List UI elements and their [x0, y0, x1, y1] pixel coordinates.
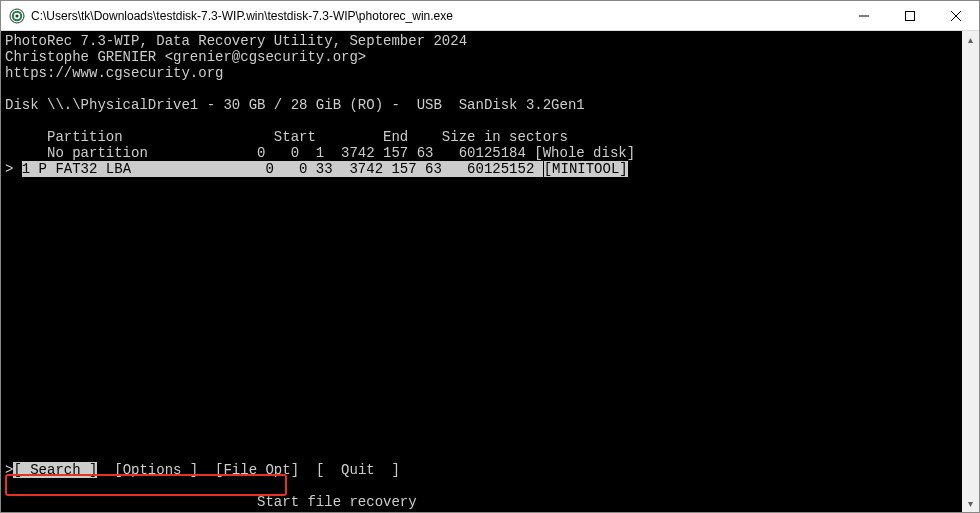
- menu-quit[interactable]: [ Quit ]: [316, 462, 400, 478]
- menu-options[interactable]: [Options ]: [114, 462, 198, 478]
- app-banner-line2: Christophe GRENIER <grenier@cgsecurity.o…: [5, 49, 366, 65]
- window-title: C:\Users\tk\Downloads\testdisk-7.3-WIP.w…: [31, 9, 841, 23]
- partition-row-selected[interactable]: > 1 P FAT32 LBA 0 0 33 3742 157 63 60125…: [5, 161, 629, 177]
- scroll-down-icon[interactable]: ▾: [962, 495, 979, 512]
- menu-hint: Start file recovery: [5, 494, 417, 510]
- maximize-button[interactable]: [887, 1, 933, 30]
- titlebar[interactable]: C:\Users\tk\Downloads\testdisk-7.3-WIP.w…: [1, 1, 979, 31]
- vertical-scrollbar[interactable]: ▴ ▾: [962, 31, 979, 512]
- app-banner-line3: https://www.cgsecurity.org: [5, 65, 223, 81]
- partition-tag-minitool: [MINITOOL]: [543, 160, 629, 178]
- window-controls: [841, 1, 979, 30]
- partition-tag-whole-disk: [Whole disk]: [534, 145, 635, 161]
- partition-row-whole-disk[interactable]: No partition 0 0 1 3742 157 63 60125184 …: [5, 145, 635, 161]
- minimize-button[interactable]: [841, 1, 887, 30]
- menu-search[interactable]: [ Search ]: [13, 462, 97, 478]
- app-icon: [9, 8, 25, 24]
- console[interactable]: PhotoRec 7.3-WIP, Data Recovery Utility,…: [1, 31, 962, 512]
- console-wrap: PhotoRec 7.3-WIP, Data Recovery Utility,…: [1, 31, 979, 512]
- close-button[interactable]: [933, 1, 979, 30]
- svg-rect-4: [906, 11, 915, 20]
- app-window: C:\Users\tk\Downloads\testdisk-7.3-WIP.w…: [0, 0, 980, 513]
- svg-point-2: [15, 14, 18, 17]
- menu-fileopt[interactable]: [File Opt]: [215, 462, 299, 478]
- app-banner-line1: PhotoRec 7.3-WIP, Data Recovery Utility,…: [5, 33, 467, 49]
- disk-info: Disk \\.\PhysicalDrive1 - 30 GB / 28 GiB…: [5, 97, 585, 113]
- bottom-menu: >[ Search ] [Options ] [File Opt] [ Quit…: [5, 462, 417, 510]
- partition-header: Partition Start End Size in sectors: [5, 129, 568, 145]
- scroll-up-icon[interactable]: ▴: [962, 31, 979, 48]
